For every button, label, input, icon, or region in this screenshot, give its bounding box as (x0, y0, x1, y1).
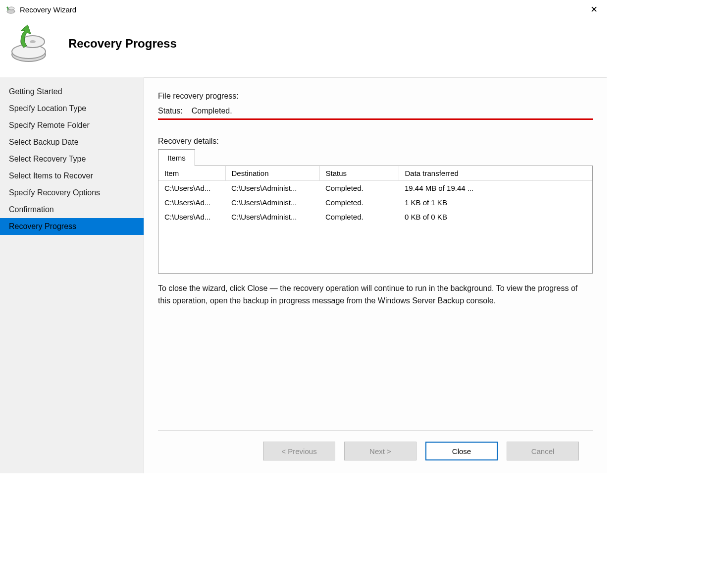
cell-data: 0 KB of 0 KB (399, 210, 493, 224)
cell-status: Completed. (319, 210, 399, 224)
recovery-wizard-window: Recovery Wizard ✕ Recovery Progress Gett… (0, 0, 607, 473)
status-label: Status: (158, 107, 183, 115)
wizard-steps-sidebar: Getting Started Specify Location Type Sp… (0, 77, 144, 473)
step-specify-recovery-options: Specify Recovery Options (0, 184, 144, 201)
table-row[interactable]: C:\Users\Ad... C:\Users\Administ... Comp… (158, 195, 592, 210)
header-banner: Recovery Progress (0, 19, 607, 77)
wizard-disc-icon (6, 4, 16, 14)
wizard-buttons: < Previous Next > Close Cancel (158, 430, 593, 473)
window-title: Recovery Wizard (20, 5, 76, 14)
cell-data: 1 KB of 1 KB (399, 195, 493, 210)
tab-items[interactable]: Items (158, 149, 195, 166)
cell-dest: C:\Users\Administ... (225, 210, 319, 224)
next-button: Next > (344, 442, 416, 460)
recovery-details-grid: Item Destination Status Data transferred… (158, 166, 593, 274)
svg-point-1 (8, 7, 14, 10)
status-value: Completed. (192, 107, 232, 115)
col-item[interactable]: Item (158, 166, 225, 181)
cell-item: C:\Users\Ad... (158, 210, 225, 224)
close-icon[interactable]: ✕ (586, 3, 602, 16)
col-data-transferred[interactable]: Data transferred (399, 166, 493, 181)
step-confirmation: Confirmation (0, 201, 144, 218)
previous-button: < Previous (263, 442, 335, 460)
step-recovery-progress: Recovery Progress (0, 218, 144, 235)
close-wizard-helper-text: To close the wizard, click Close — the r… (158, 283, 584, 307)
col-destination[interactable]: Destination (225, 166, 319, 181)
recovery-banner-icon (9, 24, 49, 63)
cell-dest: C:\Users\Administ... (225, 195, 319, 210)
cell-item: C:\Users\Ad... (158, 195, 225, 210)
cell-dest: C:\Users\Administ... (225, 181, 319, 196)
cell-item: C:\Users\Ad... (158, 181, 225, 196)
status-line: Status:Completed. (158, 107, 593, 120)
cell-status: Completed. (319, 181, 399, 196)
table-row[interactable]: C:\Users\Ad... C:\Users\Administ... Comp… (158, 181, 592, 196)
recovery-details-label: Recovery details: (158, 137, 593, 146)
page-title: Recovery Progress (68, 37, 177, 51)
step-specify-location-type: Specify Location Type (0, 100, 144, 117)
cancel-button: Cancel (507, 442, 579, 460)
main-content: File recovery progress: Status:Completed… (144, 77, 607, 473)
col-spacer (493, 166, 592, 181)
step-select-backup-date: Select Backup Date (0, 134, 144, 151)
svg-rect-2 (7, 7, 8, 10)
step-select-items-to-recover: Select Items to Recover (0, 168, 144, 184)
file-recovery-progress-label: File recovery progress: (158, 92, 593, 101)
step-specify-remote-folder: Specify Remote Folder (0, 117, 144, 134)
cell-status: Completed. (319, 195, 399, 210)
step-select-recovery-type: Select Recovery Type (0, 151, 144, 168)
svg-point-6 (30, 40, 36, 43)
col-status[interactable]: Status (319, 166, 399, 181)
step-getting-started: Getting Started (0, 83, 144, 100)
table-row[interactable]: C:\Users\Ad... C:\Users\Administ... Comp… (158, 210, 592, 224)
cell-data: 19.44 MB of 19.44 ... (399, 181, 493, 196)
titlebar: Recovery Wizard ✕ (0, 0, 607, 19)
close-button[interactable]: Close (425, 442, 498, 460)
